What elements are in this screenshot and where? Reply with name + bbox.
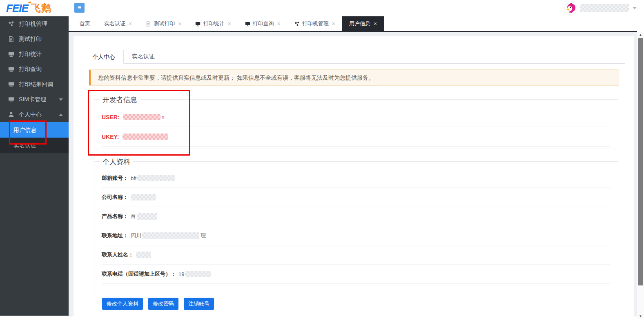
tab-printer-management[interactable]: 打印机管理× bbox=[287, 16, 342, 31]
sidebar-subitem-user-info[interactable]: 用户信息 bbox=[0, 122, 69, 138]
logo-text-en: FEIE bbox=[6, 2, 28, 15]
sidebar-item-printer-management[interactable]: 打印机管理 bbox=[0, 16, 69, 31]
developer-info-title: 开发者信息 bbox=[100, 95, 140, 105]
tab-home[interactable]: 首页 bbox=[73, 16, 97, 31]
field-label: 联系人姓名： bbox=[102, 251, 134, 258]
field-value-visible: 19 bbox=[178, 271, 184, 277]
notice-banner: 您的资料信息非常重要，请提供真实信息或及时更新； 如果信息不全或有误，客服将无法… bbox=[89, 69, 619, 86]
nodes-icon bbox=[294, 21, 300, 27]
goose-avatar-icon bbox=[565, 2, 577, 14]
developer-info-section: 开发者信息 USER:nUKEY: bbox=[94, 99, 618, 149]
chevron-up-icon bbox=[59, 114, 63, 116]
header: FEIE 飞鹅 ≡ bbox=[0, 0, 644, 16]
sidebar-item-sim-card-management[interactable]: SIM卡管理 bbox=[0, 92, 69, 107]
scrollbar-thumb[interactable] bbox=[638, 38, 643, 285]
inner-tabs: 个人中心实名认证 bbox=[84, 50, 625, 64]
scroll-down-arrow[interactable]: ▼ bbox=[637, 314, 644, 319]
tab-label: 打印机管理 bbox=[302, 20, 329, 27]
field-value-redacted bbox=[185, 271, 211, 277]
username-redacted bbox=[580, 4, 629, 12]
chevron-down-icon bbox=[59, 98, 63, 101]
tab-realname-auth[interactable]: 实名认证× bbox=[97, 16, 139, 31]
scroll-up-arrow[interactable]: ▲ bbox=[637, 32, 644, 38]
tab-print-stats[interactable]: 打印统计× bbox=[188, 16, 238, 31]
action-buttons: 修改个人资料修改密码注销账号 bbox=[102, 298, 214, 310]
sidebar: 打印机管理测试打印打印统计打印查询打印结果回调SIM卡管理个人中心用户信息实名认… bbox=[0, 16, 69, 316]
profile-row-company-name: 公司名称： bbox=[102, 188, 611, 207]
field-label: UKEY: bbox=[102, 134, 119, 140]
close-tab-icon[interactable]: × bbox=[332, 21, 335, 27]
field-value-visible: bft bbox=[131, 175, 136, 181]
change-password-button[interactable]: 修改密码 bbox=[148, 298, 178, 310]
sidebar-item-personal-center[interactable]: 个人中心 bbox=[0, 107, 69, 122]
field-label: 产品名称： bbox=[102, 213, 128, 220]
monitor-icon bbox=[8, 51, 14, 57]
notice-text: 您的资料信息非常重要，请提供真实信息或及时更新； 如果信息不全或有误，客服将无法… bbox=[98, 74, 374, 81]
sidebar-toggle-button[interactable]: ≡ bbox=[74, 3, 85, 13]
tab-test-print[interactable]: 测试打印× bbox=[139, 16, 188, 31]
sidebar-item-label: SIM卡管理 bbox=[19, 96, 46, 103]
developer-row-user: USER:n bbox=[102, 107, 611, 127]
user-menu[interactable] bbox=[565, 2, 637, 15]
close-tab-icon[interactable]: × bbox=[227, 21, 231, 27]
open-tabs-bar: 首页实名认证×测试打印×打印统计×打印查询×打印机管理×用户信息× bbox=[69, 16, 637, 32]
monitor-icon bbox=[8, 96, 14, 102]
profile-section: 个人资料 邮箱账号：bft公司名称：产品名称：百联系地址：四川理联系人姓名：联系… bbox=[94, 161, 618, 295]
avatar[interactable] bbox=[565, 2, 577, 14]
field-value-visible: n bbox=[162, 114, 165, 120]
profile-row-email: 邮箱账号：bft bbox=[102, 169, 611, 188]
sidebar-item-print-stats[interactable]: 打印统计 bbox=[0, 47, 69, 62]
vertical-scrollbar[interactable]: ▲ ▼ bbox=[637, 32, 644, 319]
close-tab-icon[interactable]: × bbox=[374, 21, 377, 27]
logo-text-cn: 飞鹅 bbox=[31, 2, 51, 15]
inner-tab-personal-center[interactable]: 个人中心 bbox=[84, 50, 124, 64]
profile-row-contact-phone: 联系电话（固话请加上区号）：19 bbox=[102, 265, 611, 284]
field-label: 公司名称： bbox=[102, 194, 128, 201]
monitor-icon bbox=[8, 81, 14, 87]
document-icon bbox=[8, 36, 14, 42]
profile-row-product-name: 产品名称：百 bbox=[102, 207, 611, 226]
page: FEIE 飞鹅 ≡ 打印机管理测试打印打印统计打 bbox=[0, 0, 644, 323]
sidebar-item-label: 个人中心 bbox=[19, 111, 42, 118]
sidebar-item-label: 打印机管理 bbox=[19, 20, 47, 28]
field-label: 联系地址： bbox=[102, 232, 128, 239]
tab-label: 首页 bbox=[80, 20, 90, 27]
field-label: USER: bbox=[102, 114, 120, 120]
nodes-icon bbox=[8, 21, 14, 27]
field-value-visible: 四川 bbox=[131, 232, 141, 239]
tab-label: 实名认证 bbox=[104, 20, 125, 27]
tab-label: 用户信息 bbox=[349, 20, 370, 27]
field-value-redacted bbox=[123, 134, 168, 140]
tab-label: 测试打印 bbox=[154, 20, 175, 27]
chevron-down-icon bbox=[633, 7, 637, 9]
sidebar-item-label: 打印结果回调 bbox=[19, 81, 53, 88]
sidebar-item-print-query[interactable]: 打印查询 bbox=[0, 62, 69, 77]
monitor-icon bbox=[245, 21, 250, 27]
sidebar-subitem-realname-auth[interactable]: 实名认证 bbox=[0, 138, 69, 153]
field-value-redacted bbox=[137, 175, 175, 181]
sidebar-item-test-print[interactable]: 测试打印 bbox=[0, 31, 69, 47]
tab-label: 打印查询 bbox=[253, 20, 274, 27]
monitor-icon bbox=[195, 21, 201, 27]
tab-print-query[interactable]: 打印查询× bbox=[238, 16, 287, 31]
sidebar-item-print-callback[interactable]: 打印结果回调 bbox=[0, 77, 69, 92]
sidebar-item-label: 打印统计 bbox=[19, 51, 42, 58]
field-value-redacted bbox=[136, 252, 151, 258]
profile-row-contact-name: 联系人姓名： bbox=[102, 245, 611, 265]
close-tab-icon[interactable]: × bbox=[178, 21, 181, 27]
app-logo: FEIE 飞鹅 bbox=[6, 2, 51, 15]
field-value-visible: 理 bbox=[201, 232, 206, 239]
close-tab-icon[interactable]: × bbox=[277, 21, 281, 27]
close-tab-icon[interactable]: × bbox=[129, 21, 132, 27]
tab-user-info[interactable]: 用户信息× bbox=[342, 16, 384, 31]
field-value-redacted bbox=[131, 194, 156, 200]
monitor-icon bbox=[8, 66, 14, 72]
tab-label: 打印统计 bbox=[203, 20, 224, 27]
edit-profile-button[interactable]: 修改个人资料 bbox=[102, 298, 143, 310]
inner-tab-realname-auth[interactable]: 实名认证 bbox=[124, 50, 163, 64]
developer-row-ukey: UKEY: bbox=[102, 127, 611, 147]
sidebar-item-label: 测试打印 bbox=[19, 36, 42, 43]
delete-account-button[interactable]: 注销账号 bbox=[184, 298, 214, 310]
field-label: 联系电话（固话请加上区号）： bbox=[102, 270, 176, 278]
field-value-redacted bbox=[123, 114, 160, 120]
